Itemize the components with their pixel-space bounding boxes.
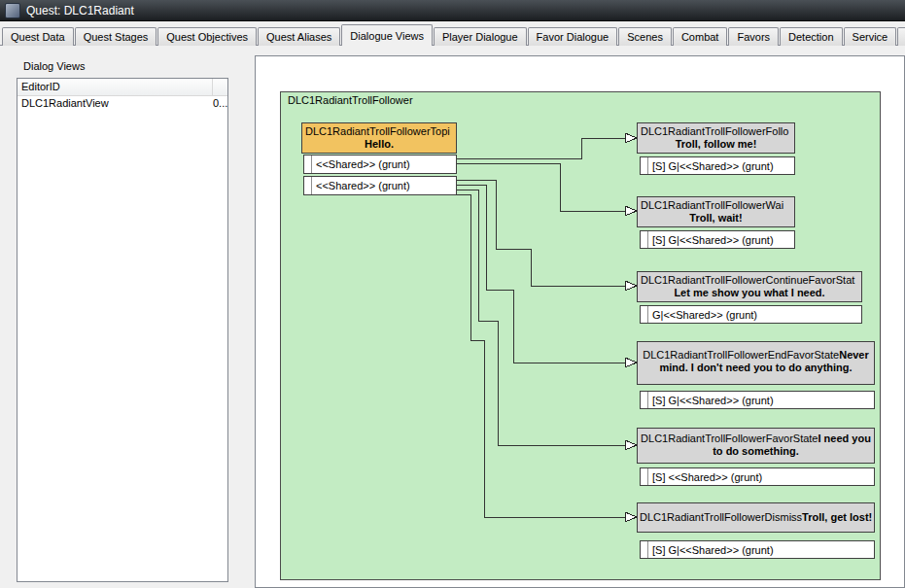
app-icon <box>5 3 20 18</box>
dialogue-node-text: Hello. <box>302 138 456 151</box>
window-title: Quest: DLC1Radiant <box>26 4 134 17</box>
shared-info-label: <<Shared>> (grunt) <box>312 158 410 170</box>
dialogue-node-text: Troll, get lost! <box>802 511 872 523</box>
dialogue-node-title: DLC1RadiantTrollFollowerFavorState <box>641 432 818 444</box>
dialogue-node-title: DLC1RadiantTrollFollowerWai <box>638 199 794 212</box>
dialogue-node-title: DLC1RadiantTrollFollowerDismiss <box>640 511 802 523</box>
dialogue-node-title: DLC1RadiantTrollFollowerFollo <box>638 125 794 138</box>
dialogue-node-text: Let me show you what I need. <box>638 287 861 299</box>
tab-favors[interactable]: Favors <box>728 27 779 46</box>
tab-player-dialogue[interactable]: Player Dialogue <box>434 27 527 46</box>
dialogue-node-favor-state-info-row[interactable]: [S] <<Shared>> (grunt) <box>640 467 875 486</box>
creation-kit-quest-window: Quest: DLC1Radiant Quest Data Quest Stag… <box>0 0 905 588</box>
dialog-views-list[interactable]: EditorID DLC1RadiantView 0... <box>17 78 228 582</box>
shared-info-label: [S] <<Shared>> (grunt) <box>648 471 762 483</box>
dialogue-node-title: DLC1RadiantTrollFollowerContinueFavorSta… <box>638 274 861 287</box>
dialogue-node-root-info-row[interactable]: <<Shared>> (grunt) <box>303 176 457 195</box>
list-item-value: 0... <box>213 96 227 111</box>
row-gutter <box>641 392 648 408</box>
tab-service[interactable]: Service <box>844 27 897 46</box>
row-gutter <box>304 156 312 173</box>
tab-quest-data[interactable]: Quest Data <box>2 27 74 46</box>
dialogue-node-wait-info-row[interactable]: [S] G|<<Shared>> (grunt) <box>640 230 795 249</box>
dialogue-node-root-info-row[interactable]: <<Shared>> (grunt) <box>303 155 457 174</box>
dialogue-node-dismiss-info-row[interactable]: [S] G|<<Shared>> (grunt) <box>640 540 875 559</box>
dialogue-node-root-header[interactable]: DLC1RadiantTrollFollowerTopi Hello. <box>301 122 457 154</box>
tab-misc[interactable]: Misc <box>897 27 905 46</box>
dialogue-node-end-favor-info-row[interactable]: [S] G|<<Shared>> (grunt) <box>640 391 875 409</box>
row-gutter <box>641 306 648 323</box>
shared-info-label: <<Shared>> (grunt) <box>312 180 410 191</box>
dialogue-node-favor-state-header[interactable]: DLC1RadiantTrollFollowerFavorStateI need… <box>637 428 875 464</box>
column-header-editorid[interactable]: EditorID <box>17 79 213 95</box>
list-item-editorid: DLC1RadiantView <box>17 96 213 111</box>
tab-quest-objectives[interactable]: Quest Objectives <box>157 27 257 46</box>
dialogue-node-follow-info-row[interactable]: [S] G|<<Shared>> (grunt) <box>640 156 795 175</box>
shared-info-label: [S] G|<<Shared>> (grunt) <box>648 234 774 246</box>
dialogue-node-dismiss-header[interactable]: DLC1RadiantTrollFollowerDismissTroll, ge… <box>637 502 875 533</box>
tab-detection[interactable]: Detection <box>780 27 842 46</box>
shared-info-label: [S] G|<<Shared>> (grunt) <box>648 544 774 556</box>
dialogue-node-continue-favor-header[interactable]: DLC1RadiantTrollFollowerContinueFavorSta… <box>637 271 862 302</box>
tab-scenes[interactable]: Scenes <box>618 27 672 46</box>
row-gutter <box>641 468 648 485</box>
dialogue-node-continue-favor-info-row[interactable]: G|<<Shared>> (grunt) <box>640 305 862 324</box>
dialogue-node-follow-header[interactable]: DLC1RadiantTrollFollowerFollo Troll, fol… <box>637 122 795 154</box>
tab-favor-dialogue[interactable]: Favor Dialogue <box>528 27 618 46</box>
dialogue-node-title: DLC1RadiantTrollFollowerEndFavorState <box>643 349 839 361</box>
dialogue-node-title: DLC1RadiantTrollFollowerTopi <box>302 125 456 138</box>
shared-info-label: [S] G|<<Shared>> (grunt) <box>648 160 774 172</box>
tab-quest-stages[interactable]: Quest Stages <box>75 27 157 46</box>
dialogue-node-text: Troll, follow me! <box>638 138 794 151</box>
dialogue-node-wait-header[interactable]: DLC1RadiantTrollFollowerWai Troll, wait! <box>637 196 795 227</box>
tab-combat[interactable]: Combat <box>673 27 728 46</box>
row-gutter <box>304 177 312 194</box>
row-gutter <box>641 231 648 248</box>
dialogue-node-text: Troll, wait! <box>638 212 794 225</box>
dialog-views-label: Dialog Views <box>23 60 85 72</box>
tab-quest-aliases[interactable]: Quest Aliases <box>258 27 340 46</box>
title-bar[interactable]: Quest: DLC1Radiant <box>0 0 905 21</box>
dialogue-node-end-favor-header[interactable]: DLC1RadiantTrollFollowerEndFavorStateNev… <box>637 341 875 385</box>
tab-dialogue-views[interactable]: Dialogue Views <box>341 24 433 46</box>
dialogue-branch-label: DLC1RadiantTrollFollower <box>288 94 413 106</box>
list-header[interactable]: EditorID <box>17 79 227 96</box>
list-item-dlc1radiantview[interactable]: DLC1RadiantView 0... <box>17 96 227 111</box>
shared-info-label: [S] G|<<Shared>> (grunt) <box>648 395 774 406</box>
row-gutter <box>641 157 648 174</box>
column-header-extra[interactable] <box>213 79 227 95</box>
shared-info-label: G|<<Shared>> (grunt) <box>648 309 757 321</box>
tab-strip: Quest Data Quest Stages Quest Objectives… <box>2 24 905 46</box>
row-gutter <box>641 541 648 558</box>
